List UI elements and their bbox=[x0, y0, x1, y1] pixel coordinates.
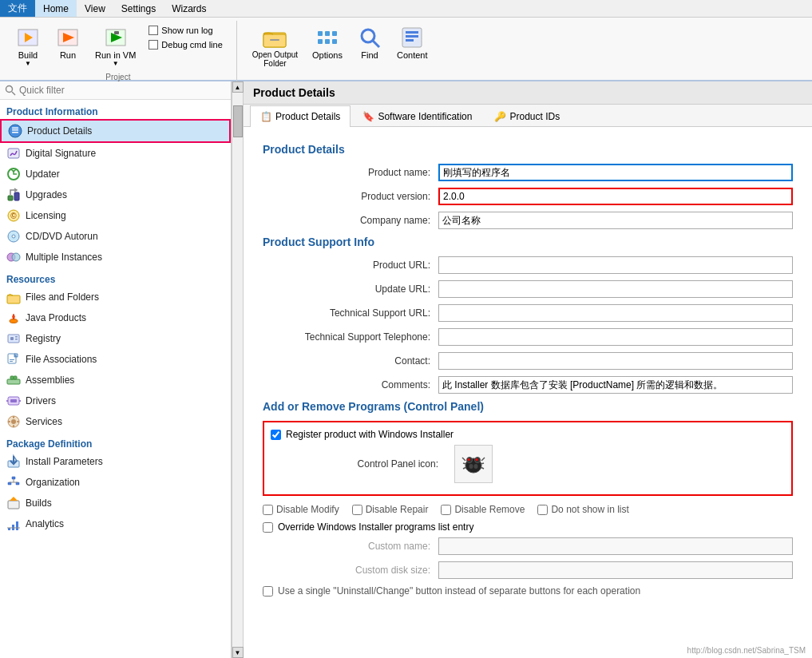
disable-repair-label[interactable]: Disable Repair bbox=[352, 504, 429, 515]
svg-rect-58 bbox=[13, 416, 14, 418]
tab-software-identification[interactable]: 🔖 Software Identification bbox=[352, 105, 482, 127]
menu-wizards[interactable]: Wizards bbox=[164, 0, 214, 17]
sidebar-item-java-products[interactable]: Java Products bbox=[0, 307, 231, 328]
register-product-checkbox[interactable] bbox=[271, 430, 281, 440]
tech-support-url-input[interactable] bbox=[438, 304, 793, 322]
find-icon bbox=[357, 25, 382, 50]
sidebar-item-cddvd-autorun[interactable]: CD/DVD Autorun bbox=[0, 226, 231, 247]
update-url-input[interactable] bbox=[438, 280, 793, 298]
sidebar-item-digital-signature[interactable]: Digital Signature bbox=[0, 143, 231, 164]
do-not-show-label[interactable]: Do not show in list bbox=[537, 504, 628, 515]
show-run-log-btn[interactable]: Show run log bbox=[145, 24, 226, 37]
override-checkbox[interactable] bbox=[263, 522, 273, 533]
product-url-input[interactable] bbox=[438, 256, 793, 274]
sidebar-item-licensing[interactable]: © Licensing bbox=[0, 205, 231, 226]
svg-rect-27 bbox=[12, 128, 18, 129]
comments-input[interactable] bbox=[438, 376, 793, 394]
update-url-label: Update URL: bbox=[263, 283, 438, 295]
disable-remove-label[interactable]: Disable Remove bbox=[441, 504, 525, 515]
sidebar-item-install-parameters[interactable]: Install Parameters bbox=[0, 451, 231, 472]
svg-rect-75 bbox=[16, 521, 18, 530]
sidebar-item-drivers[interactable]: Drivers bbox=[0, 390, 231, 411]
control-panel-box: Register product with Windows Installer … bbox=[263, 421, 793, 496]
custom-name-input[interactable] bbox=[438, 537, 793, 555]
tech-support-tel-input[interactable] bbox=[438, 328, 793, 346]
java-products-label: Java Products bbox=[26, 312, 86, 323]
company-name-input[interactable] bbox=[438, 212, 793, 229]
scroll-up-arrow[interactable]: ▲ bbox=[232, 81, 244, 93]
svg-rect-43 bbox=[15, 339, 18, 340]
cd-icon bbox=[6, 229, 21, 244]
disable-remove-checkbox[interactable] bbox=[441, 505, 451, 515]
build-label: Build bbox=[18, 50, 38, 60]
control-panel-icon[interactable] bbox=[454, 445, 493, 483]
search-input[interactable] bbox=[19, 85, 226, 96]
menu-home[interactable]: Home bbox=[35, 0, 77, 17]
content-icon bbox=[399, 25, 425, 50]
svg-rect-9 bbox=[270, 39, 279, 41]
svg-rect-25 bbox=[12, 129, 18, 131]
product-version-input[interactable] bbox=[438, 188, 793, 205]
upgrades-icon bbox=[6, 188, 21, 202]
ribbon-checkboxes: Show run log Debug cmd line bbox=[145, 21, 226, 54]
sidebar-item-registry[interactable]: Registry bbox=[0, 328, 231, 349]
do-not-show-checkbox[interactable] bbox=[537, 505, 548, 515]
files-folders-icon bbox=[6, 290, 21, 304]
sidebar-item-files-and-folders[interactable]: Files and Folders bbox=[0, 287, 231, 307]
menu-view[interactable]: View bbox=[77, 0, 113, 17]
sidebar-item-builds[interactable]: Builds bbox=[0, 493, 231, 513]
scroll-thumb[interactable] bbox=[233, 105, 243, 137]
menu-settings[interactable]: Settings bbox=[113, 0, 164, 17]
scroll-down-arrow[interactable]: ▼ bbox=[232, 647, 244, 658]
disable-repair-checkbox[interactable] bbox=[352, 505, 362, 515]
sidebar-item-upgrades[interactable]: Upgrades bbox=[0, 184, 231, 205]
run-vm-button[interactable]: Run in VM ▼ bbox=[89, 21, 141, 71]
find-button[interactable]: Find bbox=[351, 21, 388, 64]
custom-name-label: Custom name: bbox=[263, 541, 438, 552]
sidebar-item-analytics[interactable]: Analytics bbox=[0, 513, 231, 534]
sidebar-item-services[interactable]: Services bbox=[0, 411, 231, 432]
contact-input[interactable] bbox=[438, 352, 793, 370]
content-body: Product Details Product name: Product ve… bbox=[244, 127, 812, 611]
tab-product-ids[interactable]: 🔑 Product IDs bbox=[484, 105, 570, 127]
sidebar-item-file-associations[interactable]: File Associations bbox=[0, 349, 231, 370]
registry-icon bbox=[6, 331, 21, 346]
sidebar-item-organization[interactable]: Organization bbox=[0, 472, 231, 493]
sidebar-item-assemblies[interactable]: Assemblies bbox=[0, 370, 231, 390]
svg-point-88 bbox=[469, 464, 473, 469]
disable-modify-label[interactable]: Disable Modify bbox=[263, 504, 339, 515]
svg-rect-31 bbox=[14, 192, 19, 200]
svg-line-17 bbox=[373, 41, 379, 47]
custom-disk-input[interactable] bbox=[438, 561, 793, 579]
options-label: Options bbox=[312, 50, 343, 60]
svg-rect-11 bbox=[318, 39, 323, 44]
svg-rect-60 bbox=[8, 421, 10, 422]
show-run-log-checkbox[interactable] bbox=[149, 26, 158, 35]
build-button[interactable]: Build ▼ bbox=[10, 21, 46, 71]
licensing-label: Licensing bbox=[26, 210, 66, 221]
svg-line-83 bbox=[481, 458, 485, 461]
content-button[interactable]: Content bbox=[391, 21, 434, 64]
open-output-folder-button[interactable]: Open OutputFolder bbox=[247, 21, 303, 72]
sidebar-item-multiple-instances[interactable]: Multiple Instances bbox=[0, 247, 231, 268]
product-name-input[interactable] bbox=[438, 164, 793, 181]
tab-product-details[interactable]: 📋 Product Details bbox=[250, 105, 351, 127]
run-icon bbox=[55, 25, 81, 50]
sidebar-item-updater[interactable]: Updater bbox=[0, 164, 231, 184]
debug-cmd-btn[interactable]: Debug cmd line bbox=[145, 38, 226, 51]
options-icon bbox=[315, 25, 340, 50]
section-resources: Resources bbox=[0, 268, 231, 287]
uninstall-checkbox[interactable] bbox=[263, 586, 273, 597]
menu-file[interactable]: 文件 bbox=[0, 0, 35, 17]
options-button[interactable]: Options bbox=[307, 21, 348, 64]
digital-signature-icon bbox=[6, 146, 21, 161]
company-name-label: Company name: bbox=[263, 215, 438, 226]
sidebar-item-product-details[interactable]: Product Details bbox=[0, 119, 231, 143]
svg-rect-20 bbox=[406, 35, 418, 38]
product-version-label: Product version: bbox=[263, 191, 438, 202]
disable-modify-checkbox[interactable] bbox=[263, 505, 273, 515]
run-button[interactable]: Run bbox=[50, 21, 86, 64]
debug-cmd-checkbox[interactable] bbox=[149, 40, 158, 50]
tab-software-identification-label: Software Identification bbox=[378, 111, 472, 122]
svg-rect-41 bbox=[10, 337, 14, 340]
